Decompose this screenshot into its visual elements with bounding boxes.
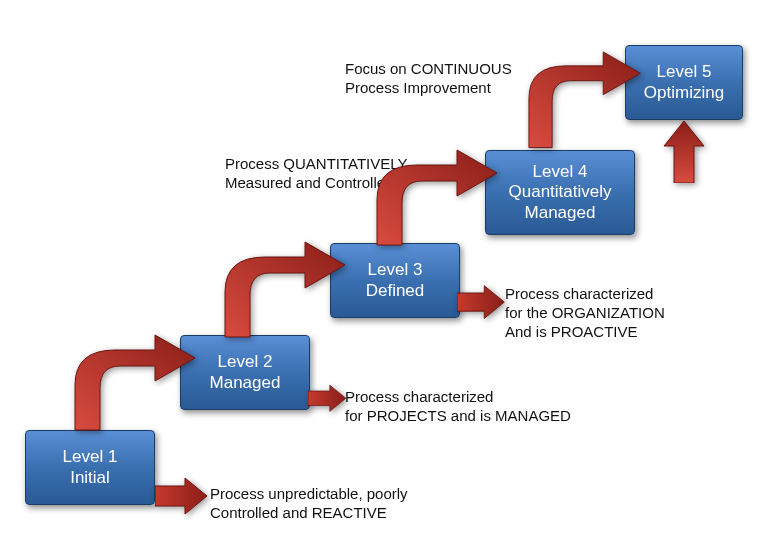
level-4-line2: Quantitatively (509, 182, 612, 202)
maturity-diagram: Level 1 Initial Level 2 Managed Level 3 … (0, 0, 768, 552)
level-5-subtitle: Optimizing (644, 83, 724, 103)
level-5-title: Level 5 (657, 62, 712, 82)
arrow-2-to-3 (210, 237, 350, 357)
level-2-desc: Process characterized for PROJECTS and i… (345, 388, 571, 426)
arrow-desc-3 (457, 282, 507, 324)
level-3-desc-line3: And is PROACTIVE (505, 323, 665, 342)
level-1-title: Level 1 (63, 447, 118, 467)
level-2-desc-line2: for PROJECTS and is MANAGED (345, 407, 571, 426)
level-3-desc-line2: for the ORGANIZATION (505, 304, 665, 323)
arrow-5-up (660, 118, 708, 183)
arrow-4-to-5 (515, 43, 645, 163)
level-5-desc-line2: Process Improvement (345, 79, 512, 98)
arrow-desc-1 (155, 476, 210, 518)
level-1-desc-line2: Controlled and REACTIVE (210, 504, 408, 523)
arrow-3-to-4 (362, 145, 502, 265)
level-1-desc-line1: Process unpredictable, poorly (210, 485, 408, 504)
level-1-subtitle: Initial (70, 468, 110, 488)
level-1-desc: Process unpredictable, poorly Controlled… (210, 485, 408, 523)
level-4-line3: Managed (525, 203, 596, 223)
arrow-desc-2 (308, 378, 348, 420)
level-2-subtitle: Managed (210, 373, 281, 393)
level-3-desc-line1: Process characterized (505, 285, 665, 304)
level-5-desc: Focus on CONTINUOUS Process Improvement (345, 60, 512, 98)
level-5-desc-line1: Focus on CONTINUOUS (345, 60, 512, 79)
arrow-1-to-2 (60, 330, 200, 450)
level-2-desc-line1: Process characterized (345, 388, 571, 407)
level-4-title: Level 4 (533, 162, 588, 182)
level-3-subtitle: Defined (366, 281, 425, 301)
level-3-desc: Process characterized for the ORGANIZATI… (505, 285, 665, 341)
